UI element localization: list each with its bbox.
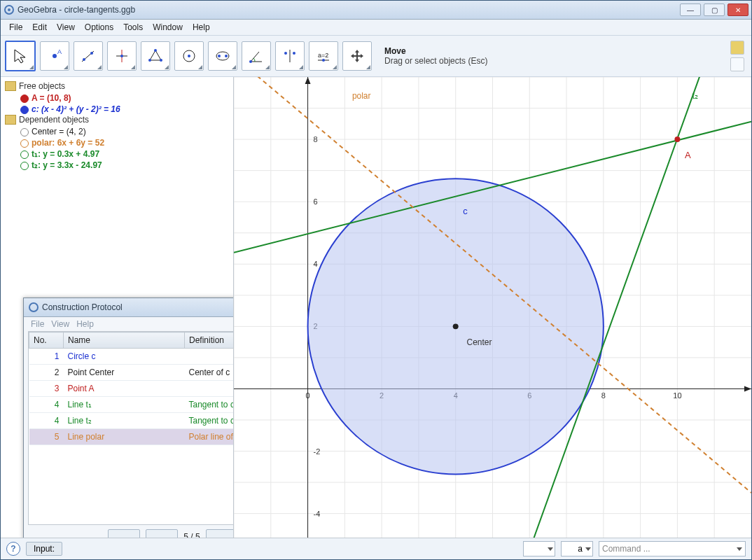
svg-text:4: 4	[314, 260, 318, 268]
svg-text:A: A	[57, 48, 62, 55]
nav-first-button[interactable]	[108, 529, 140, 538]
svg-text:polar: polar	[352, 91, 371, 101]
graphics-view[interactable]: 0246810-4-22468cCenterApolart₂	[234, 77, 751, 538]
algebra-view[interactable]: Free objects A = (10, 8) c: (x - 4)² + (…	[1, 77, 234, 538]
tool-angle-button[interactable]	[242, 41, 271, 71]
help-icon[interactable]: ?	[6, 542, 20, 556]
protocol-table[interactable]: No. Name Definition 1Circle c2Point Cent…	[28, 331, 234, 525]
menu-view[interactable]: View	[53, 21, 79, 34]
tool-polygon-button[interactable]	[141, 41, 170, 71]
svg-point-17	[218, 55, 221, 57]
svg-point-15	[188, 55, 190, 57]
svg-text:a=2: a=2	[318, 52, 328, 59]
tool-hint-panel: Move Drag or select objects (Esc)	[376, 46, 726, 66]
tool-hint-sub: Drag or select objects (Esc)	[384, 56, 726, 66]
protocol-row[interactable]: 2Point CenterCenter of c	[29, 365, 235, 381]
main-area: Free objects A = (10, 8) c: (x - 4)² + (…	[1, 77, 751, 538]
dialog-nav: 5 / 5	[24, 525, 234, 538]
window-titlebar: GeoGebra - circle-tangents.ggb — ▢ ✕	[1, 1, 751, 20]
obj-polar[interactable]: polar: 6x + 6y = 52	[5, 137, 229, 148]
tool-slider-button[interactable]: a=2	[309, 41, 338, 71]
menu-file[interactable]: File	[5, 21, 27, 34]
svg-text:10: 10	[673, 391, 681, 400]
dialog-titlebar[interactable]: Construction Protocol	[24, 298, 234, 317]
protocol-row[interactable]: 4Line t₁Tangent to c through A	[29, 397, 235, 413]
menu-edit[interactable]: Edit	[28, 21, 51, 34]
svg-point-78	[674, 136, 680, 142]
free-objects-header[interactable]: Free objects	[5, 81, 229, 91]
tool-reflect-button[interactable]	[275, 41, 305, 71]
chevron-down-icon	[737, 547, 742, 551]
protocol-row[interactable]: 3Point A	[29, 381, 235, 397]
obj-t1[interactable]: t₁: y = 0.3x + 4.97	[5, 148, 229, 160]
protocol-row[interactable]: 1Circle c	[29, 349, 235, 365]
dialog-icon	[28, 302, 39, 313]
menu-help[interactable]: Help	[188, 21, 214, 34]
symbol-dropdown-2[interactable]: a	[561, 541, 593, 556]
obj-t2[interactable]: t₂: y = 3.3x - 24.97	[5, 160, 229, 171]
menu-window[interactable]: Window	[148, 21, 187, 34]
svg-text:t₂: t₂	[692, 90, 699, 101]
input-button[interactable]: Input:	[26, 542, 62, 556]
dependent-objects-header[interactable]: Dependent objects	[5, 115, 229, 125]
svg-point-21	[284, 52, 287, 55]
obj-c[interactable]: c: (x - 4)² + (y - 2)² = 16	[5, 104, 229, 115]
dialog-menu-bar: File View Help	[24, 317, 234, 331]
window-close-button[interactable]: ✕	[727, 4, 748, 16]
svg-text:0: 0	[306, 391, 310, 400]
svg-point-12	[160, 59, 162, 62]
protocol-row[interactable]: 5Line polarPolar line of A relative to c	[29, 429, 235, 445]
svg-point-1	[8, 8, 11, 11]
tool-point-button[interactable]: A	[40, 41, 69, 71]
svg-text:A: A	[685, 150, 691, 160]
svg-point-18	[225, 55, 228, 57]
chevron-down-icon	[548, 547, 553, 551]
tool-ellipse-button[interactable]	[208, 41, 237, 71]
svg-text:-4: -4	[314, 510, 321, 518]
toolbar: A a=2 Move Drag or select	[1, 36, 751, 77]
svg-point-19	[249, 60, 252, 63]
undo-icon[interactable]	[730, 57, 744, 71]
col-name[interactable]: Name	[64, 332, 185, 349]
svg-text:8: 8	[314, 135, 318, 144]
obj-center[interactable]: Center = (4, 2)	[5, 126, 229, 137]
tool-move-view-button[interactable]	[342, 41, 372, 71]
dialog-title: Construction Protocol	[42, 302, 123, 312]
svg-text:Center: Center	[467, 337, 492, 347]
dialog-menu-view[interactable]: View	[48, 318, 72, 330]
folder-icon	[5, 81, 16, 91]
col-no[interactable]: No.	[29, 332, 64, 349]
window-maximize-button[interactable]: ▢	[704, 4, 725, 16]
nav-step-label: 5 / 5	[183, 532, 200, 538]
graphics-options-icon[interactable]	[730, 41, 744, 55]
command-dropdown[interactable]: Command ...	[599, 541, 746, 556]
window-title: GeoGebra - circle-tangents.ggb	[18, 5, 135, 15]
graphics-canvas[interactable]: 0246810-4-22468cCenterApolart₂	[234, 77, 751, 538]
tool-circle-button[interactable]	[174, 41, 204, 71]
svg-point-13	[148, 59, 151, 62]
app-window: GeoGebra - circle-tangents.ggb — ▢ ✕ Fil…	[0, 0, 752, 560]
status-bar: ? Input: a Command ...	[1, 538, 751, 559]
nav-next-button[interactable]	[206, 529, 234, 538]
svg-text:c: c	[463, 206, 468, 216]
dialog-menu-help[interactable]: Help	[74, 318, 97, 330]
col-definition[interactable]: Definition	[185, 332, 235, 349]
nav-prev-button[interactable]	[146, 529, 178, 538]
svg-text:6: 6	[314, 197, 318, 206]
menu-tools[interactable]: Tools	[119, 21, 147, 34]
svg-point-5	[83, 58, 85, 61]
app-icon	[4, 4, 15, 15]
tool-move-button[interactable]	[5, 41, 36, 71]
tool-line-button[interactable]	[74, 41, 103, 71]
protocol-row[interactable]: 4Line t₂Tangent to c through A	[29, 413, 235, 429]
obj-A[interactable]: A = (10, 8)	[5, 92, 229, 104]
svg-text:8: 8	[601, 391, 606, 400]
window-minimize-button[interactable]: —	[680, 4, 701, 16]
chevron-down-icon	[585, 547, 591, 551]
svg-point-22	[293, 52, 295, 55]
construction-protocol-dialog[interactable]: Construction Protocol File View Help No.…	[23, 298, 234, 538]
dialog-menu-file[interactable]: File	[28, 318, 47, 330]
symbol-dropdown-1[interactable]	[523, 541, 555, 556]
tool-perpendicular-button[interactable]	[107, 41, 137, 71]
menu-options[interactable]: Options	[81, 21, 118, 34]
